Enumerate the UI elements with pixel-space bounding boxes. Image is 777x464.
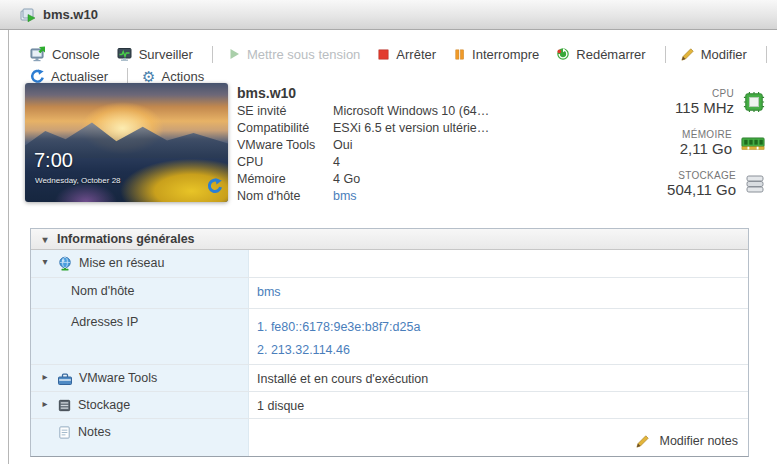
memory-stat-value: 2,11 Go <box>680 140 732 157</box>
storage-stat-label: STOCKAGE <box>667 170 736 181</box>
console-label: Console <box>52 47 100 62</box>
vm-icon <box>20 7 36 23</box>
restart-label: Redémarrer <box>576 47 645 62</box>
restart-button[interactable]: Redémarrer <box>556 47 645 62</box>
chevron-right-icon[interactable]: ▸ <box>39 371 51 382</box>
cpu-icon <box>743 91 765 113</box>
vm-console-thumbnail[interactable]: 7:00 Wednesday, October 28 <box>25 83 228 202</box>
gear-icon: ⚙ <box>142 69 155 84</box>
tools-row-header[interactable]: ▸ VMware Tools <box>31 365 249 391</box>
toolbox-icon <box>57 371 73 387</box>
cpu-stat-label: CPU <box>675 88 734 99</box>
network-row-value <box>249 250 748 277</box>
power-off-label: Arrêter <box>396 47 436 62</box>
toolbar-separator <box>127 68 128 85</box>
detail-row-vmware-tools: VMware Tools Oui <box>237 137 489 154</box>
toolbar-separator <box>212 46 213 63</box>
storage-row-value: 1 disque <box>249 392 748 418</box>
esxi-vm-page: bms.w10 Console <box>0 0 777 464</box>
disk-icon <box>57 398 72 413</box>
table-row-vmware-tools: ▸ VMware Tools Installé et en cours d'ex… <box>31 365 748 392</box>
suspend-label: Interrompre <box>472 47 539 62</box>
table-row-hostname: Nom d'hôte bms <box>31 278 748 309</box>
hostname-row-label: Nom d'hôte <box>71 284 135 298</box>
cpu-stat-value: 115 MHz <box>675 99 734 116</box>
actions-button[interactable]: ⚙ Actions <box>142 69 204 84</box>
thumbnail-clock: 7:00 <box>34 149 73 172</box>
chevron-down-icon[interactable]: ▾ <box>39 256 51 267</box>
refresh-button[interactable]: Actualiser <box>30 69 108 84</box>
monitor-button[interactable]: Surveiller <box>117 46 193 62</box>
tools-row-label: VMware Tools <box>79 371 157 385</box>
detail-label: Mémoire <box>237 171 333 188</box>
table-row-network: ▾ Mise en réseau <box>31 250 748 278</box>
ip-row-label: Adresses IP <box>71 315 138 329</box>
detail-label: SE invité <box>237 103 333 120</box>
pencil-icon <box>680 47 695 62</box>
network-globe-icon <box>57 256 73 272</box>
edit-label: Modifier <box>701 47 747 62</box>
hostname-row-label-cell: Nom d'hôte <box>31 278 249 308</box>
pencil-icon <box>635 434 650 449</box>
console-button[interactable]: Console <box>30 46 100 62</box>
general-info-title: Informations générales <box>57 232 195 246</box>
network-row-label: Mise en réseau <box>79 256 164 270</box>
storage-stat: STOCKAGE 504,11 Go <box>667 170 765 198</box>
storage-icon <box>745 174 765 194</box>
console-icon <box>30 46 46 62</box>
actions-label: Actions <box>162 69 205 84</box>
storage-row-header[interactable]: ▸ Stockage <box>31 392 249 418</box>
vm-resource-stats: CPU 115 MHz MÉMOIRE 2,11 Go <box>667 88 765 211</box>
network-row-header[interactable]: ▾ Mise en réseau <box>31 250 249 277</box>
toolbar-separator <box>766 46 767 63</box>
power-on-button[interactable]: Mettre sous tension <box>227 47 360 62</box>
table-row-storage: ▸ Stockage 1 disque <box>31 392 748 419</box>
notes-row-label-cell: Notes <box>31 419 249 456</box>
notes-row-label: Notes <box>78 425 111 439</box>
memory-stat-label: MÉMOIRE <box>680 129 732 140</box>
memory-stat: MÉMOIRE 2,11 Go <box>667 129 765 157</box>
edit-notes-label: Modifier notes <box>659 434 738 448</box>
detail-row-compatibility: Compatibilité ESXi 6.5 et version ultéri… <box>237 120 489 137</box>
ip-row-label-cell: Adresses IP <box>31 309 249 364</box>
detail-row-cpu: CPU 4 <box>237 154 489 171</box>
detail-row-guest-os: SE invité Microsoft Windows 10 (64… <box>237 103 489 120</box>
detail-row-hostname: Nom d'hôte bms <box>237 188 489 205</box>
chevron-down-icon: ▾ <box>39 234 51 245</box>
detail-value: Microsoft Windows 10 (64… <box>333 103 489 120</box>
table-row-ip-addresses: Adresses IP 1. fe80::6178:9e3e:b8f7:d25a… <box>31 309 748 365</box>
edit-button[interactable]: Modifier <box>680 47 747 62</box>
pause-icon <box>453 48 466 61</box>
storage-stat-value: 504,11 Go <box>667 181 736 198</box>
suspend-button[interactable]: Interrompre <box>453 47 539 62</box>
notes-icon <box>57 425 72 440</box>
window-titlebar: bms.w10 <box>0 0 777 30</box>
general-info-header[interactable]: ▾ Informations générales <box>31 229 748 250</box>
vm-details-table: SE invité Microsoft Windows 10 (64… Comp… <box>237 103 489 205</box>
refresh-icon <box>30 69 45 84</box>
hostname-value-link[interactable]: bms <box>257 285 281 299</box>
vm-name: bms.w10 <box>237 86 296 101</box>
ipv6-address-link[interactable]: 1. fe80::6178:9e3e:b8f7:d25a <box>257 316 738 339</box>
storage-row-label: Stockage <box>78 398 130 412</box>
thumbnail-date: Wednesday, October 28 <box>35 176 121 185</box>
general-info-panel: ▾ Informations générales ▾ Mise en résea… <box>30 228 749 457</box>
panel-left-border <box>8 30 9 464</box>
power-on-icon <box>227 47 241 61</box>
detail-label: Nom d'hôte <box>237 188 333 205</box>
toolbar-separator <box>665 46 666 63</box>
detail-label: VMware Tools <box>237 137 333 154</box>
chevron-right-icon[interactable]: ▸ <box>39 398 51 409</box>
ipv4-address-link[interactable]: 2. 213.32.114.46 <box>257 339 738 362</box>
thumbnail-refresh-icon[interactable] <box>207 178 223 198</box>
detail-row-memory: Mémoire 4 Go <box>237 171 489 188</box>
hostname-link[interactable]: bms <box>333 189 357 203</box>
restart-icon <box>556 47 570 61</box>
detail-label: CPU <box>237 154 333 171</box>
tools-row-value: Installé et en cours d'exécution <box>249 365 748 391</box>
page-title: bms.w10 <box>43 7 98 22</box>
detail-value: ESXi 6.5 et version ultérie… <box>333 120 489 137</box>
power-on-label: Mettre sous tension <box>247 47 360 62</box>
power-off-button[interactable]: Arrêter <box>377 47 436 62</box>
edit-notes-button[interactable]: Modifier notes <box>635 434 738 449</box>
